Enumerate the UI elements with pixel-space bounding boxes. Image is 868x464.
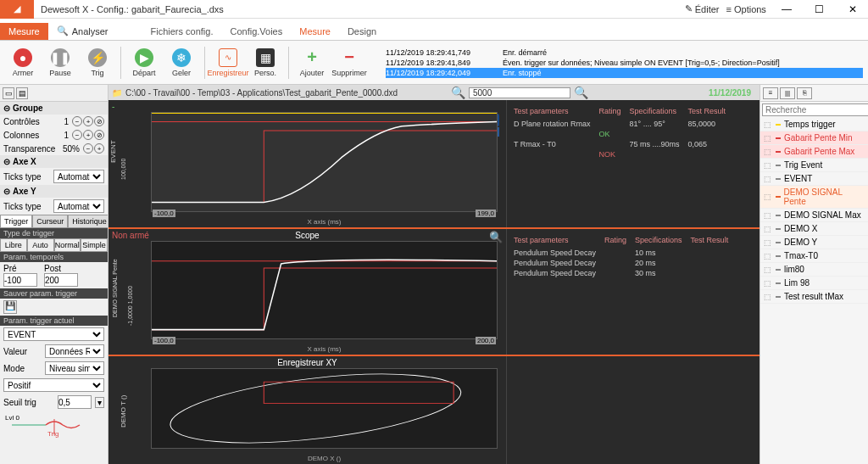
armer-button[interactable]: ●Armer [5, 42, 41, 83]
top-tabs: Mesure 🔍 Analyser Fichiers config. Confi… [0, 19, 868, 41]
date-label: 11/12/2019 [709, 88, 756, 98]
log-row-selected[interactable]: 11/12/2019 18:29:42,049Enr. stoppé [386, 68, 863, 78]
right-toolbar: ≡ ||| ⎘ [760, 85, 868, 102]
subtab-fichiers[interactable]: Fichiers config. [142, 23, 221, 40]
app-logo: ◢ [0, 0, 34, 19]
svg-text:100,000: 100,000 [120, 159, 126, 180]
filepath: C:\00 - Travail\00 - Temp\03 - Applicati… [125, 88, 448, 98]
subtab-design[interactable]: Design [339, 23, 385, 40]
main-area: ▭ ▤ ⊝Groupe Contrôles1−+⊘ Colonnes1−+⊘ T… [0, 85, 868, 464]
channel-item[interactable]: ⬚DEMO X [760, 222, 868, 236]
tab-curseur[interactable]: Curseur [32, 215, 68, 227]
folder-icon[interactable]: 📁 [112, 88, 122, 98]
btn-simple[interactable]: Simple [81, 238, 108, 252]
ribbon-toolbar: ●Armer ❚❚Pause ⚡Trig ▶Départ ❄Geler ∿Enr… [0, 41, 868, 85]
pre-input[interactable] [3, 273, 37, 287]
channel-item[interactable]: ⬚Lim 98 [760, 277, 868, 290]
btn-auto[interactable]: Auto [27, 238, 54, 252]
reset-icon[interactable]: ⊘ [94, 116, 104, 126]
trig-button[interactable]: ⚡Trig [80, 42, 115, 83]
supprimer-button[interactable]: −Supprimer [331, 42, 367, 83]
channel-item[interactable]: ⬚Tmax-T0 [760, 249, 868, 263]
mode-select[interactable]: Niveau simple [45, 361, 104, 375]
section-axex[interactable]: ⊝Axe X [0, 155, 108, 168]
log-msg: Enr. démarré [503, 48, 547, 58]
perso-button[interactable]: ▦Perso. [248, 42, 283, 83]
channel-item[interactable]: ⬚DEMO SIGNAL Max [760, 209, 868, 222]
channel-item[interactable]: ⬚Temps trigger [760, 118, 868, 131]
subtab-mesure[interactable]: Mesure [291, 23, 339, 40]
num-search-icon[interactable]: 🔍 [574, 86, 588, 99]
inc-icon[interactable]: + [83, 116, 93, 126]
geler-button[interactable]: ❄Geler [164, 42, 199, 83]
maximize-button[interactable]: ☐ [804, 0, 835, 19]
window-title: Dewesoft X - Config.: gabarit_Faurecia_.… [41, 4, 224, 14]
seuil-input[interactable] [58, 395, 92, 409]
left-toolbar: ▭ ▤ [0, 85, 108, 102]
label-param-temp: Param. temporels [0, 252, 108, 262]
chart-2-scope[interactable]: Non armé Scope 🔍 DEMO SIGNAL Pente-1,000… [108, 229, 507, 355]
right-tool-icon[interactable]: ≡ [763, 87, 778, 99]
log-msg: Éven. trigger sur données; Niveau simple… [503, 58, 780, 68]
pause-button[interactable]: ❚❚Pause [42, 42, 78, 83]
btn-libre[interactable]: Libre [0, 238, 27, 252]
channel-item[interactable]: ⬚Trig Event [760, 159, 868, 172]
tab-trigger[interactable]: Trigger [0, 215, 32, 227]
search-input[interactable] [762, 103, 868, 116]
number-field[interactable]: 5000 [469, 87, 570, 98]
left-tool-icon[interactable]: ▤ [16, 87, 28, 99]
tab-mesure[interactable]: Mesure [0, 23, 48, 40]
params-1: Test parametersRatingSpecificationsTest … [507, 100, 760, 227]
save-trigger-icon[interactable]: 💾 [3, 300, 17, 314]
dec-icon[interactable]: − [72, 116, 82, 126]
positif-select[interactable]: Positif [3, 378, 104, 392]
close-button[interactable]: ✕ [837, 0, 868, 19]
channel-item[interactable]: ⬚Gabarit Pente Max [760, 145, 868, 159]
event-log: 11/12/2019 18:29:41,749Enr. démarré 11/1… [386, 48, 863, 78]
left-panel: ▭ ▤ ⊝Groupe Contrôles1−+⊘ Colonnes1−+⊘ T… [0, 85, 108, 464]
minimize-button[interactable]: — [771, 0, 802, 19]
trigger-tabs: Trigger Curseur Historique [0, 215, 108, 228]
right-tool-icon[interactable]: ⎘ [797, 87, 812, 99]
enregistreur-button[interactable]: ∿Enregistreur [210, 42, 246, 83]
svg-rect-12 [264, 382, 453, 403]
subtab-voies[interactable]: Config.Voies [221, 23, 291, 40]
right-tool-icon[interactable]: ||| [780, 87, 795, 99]
label-colonnes: Colonnes [3, 131, 60, 140]
tab-historique[interactable]: Historique [68, 215, 108, 227]
section-groupe[interactable]: ⊝Groupe [0, 102, 108, 115]
svg-text:-1,0000   1,0000: -1,0000 1,0000 [127, 286, 133, 326]
channel-item[interactable]: ⬚DEMO SIGNAL Pente [760, 186, 868, 209]
channel-item[interactable]: ⬚Gabarit Pente Min [760, 131, 868, 145]
chart-1[interactable]: - faurecia Automotive Seating EVENT100,0… [108, 100, 507, 227]
ticks-x-select[interactable]: Automatiqu [53, 170, 104, 183]
channel-item[interactable]: ⬚EVENT [760, 172, 868, 186]
svg-text:EVENT: EVENT [109, 140, 117, 163]
section-axey[interactable]: ⊝Axe Y [0, 185, 108, 198]
svg-rect-4 [152, 113, 497, 211]
channel-item[interactable]: ⬚Test result tMax [760, 290, 868, 304]
edit-button[interactable]: ✎ Éditer [685, 3, 720, 14]
tab-analyser[interactable]: 🔍 Analyser [48, 22, 117, 40]
options-button[interactable]: ≡ Options [726, 3, 766, 14]
label-sauver: Sauver param. trigger [0, 288, 108, 299]
right-panel: ≡ ||| ⎘ 🔍 ⬚Temps trigger⬚Gabarit Pente M… [760, 85, 868, 464]
channel-item[interactable]: ⬚DEMO Y [760, 236, 868, 249]
post-input[interactable] [44, 273, 78, 287]
channel-item[interactable]: ⬚lim80 [760, 263, 868, 277]
chart-3-xy[interactable]: Enregistreur XY DEMO T () DEMO X () [108, 356, 507, 464]
svg-text:DEMO SIGNAL Pente: DEMO SIGNAL Pente [112, 259, 118, 317]
valeur-select[interactable]: Données Réell [45, 344, 104, 358]
btn-normal[interactable]: Normal [54, 238, 81, 252]
label-param-actuel: Param. trigger actuel [0, 316, 108, 326]
path-search-icon[interactable]: 🔍 [451, 86, 465, 99]
ticks-y-select[interactable]: Automatiqu [53, 199, 104, 213]
ajouter-button[interactable]: +Ajouter [294, 42, 330, 83]
svg-point-11 [165, 369, 465, 448]
path-bar: 📁 C:\00 - Travail\00 - Temp\03 - Applica… [108, 85, 760, 100]
event-select[interactable]: EVENT [3, 327, 104, 341]
params-3-empty [507, 356, 760, 464]
left-tool-icon[interactable]: ▭ [3, 87, 14, 99]
params-2: Test parametersRatingSpecificationsTest … [507, 229, 760, 355]
depart-button[interactable]: ▶Départ [126, 42, 162, 83]
